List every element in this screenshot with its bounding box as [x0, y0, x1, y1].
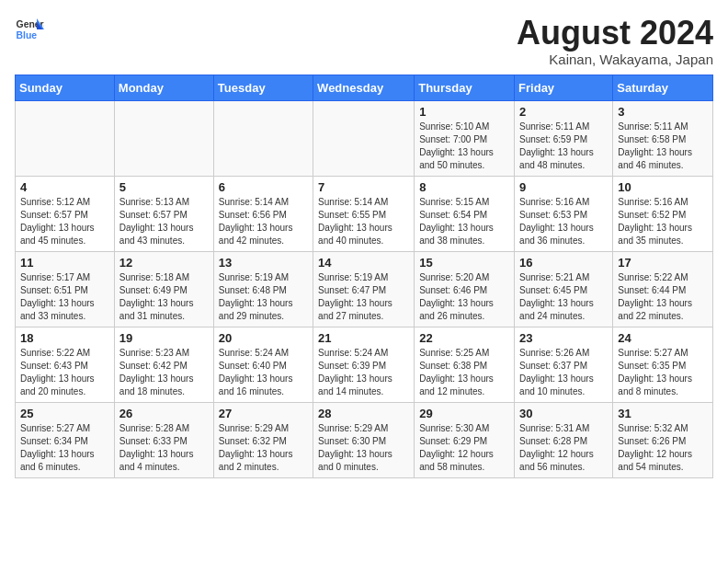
day-cell: 4Sunrise: 5:12 AM Sunset: 6:57 PM Daylig…	[16, 176, 115, 251]
day-info: Sunrise: 5:14 AM Sunset: 6:55 PM Dayligh…	[318, 196, 409, 247]
day-info: Sunrise: 5:32 AM Sunset: 6:26 PM Dayligh…	[618, 422, 708, 474]
day-number: 29	[419, 407, 509, 420]
day-info: Sunrise: 5:19 AM Sunset: 6:48 PM Dayligh…	[219, 271, 308, 323]
day-info: Sunrise: 5:27 AM Sunset: 6:34 PM Dayligh…	[20, 422, 109, 474]
day-info: Sunrise: 5:31 AM Sunset: 6:28 PM Dayligh…	[519, 422, 608, 474]
day-info: Sunrise: 5:13 AM Sunset: 6:57 PM Dayligh…	[119, 196, 209, 247]
calendar-table: SundayMondayTuesdayWednesdayThursdayFrid…	[15, 75, 713, 478]
day-info: Sunrise: 5:22 AM Sunset: 6:43 PM Dayligh…	[20, 347, 109, 398]
header-row: SundayMondayTuesdayWednesdayThursdayFrid…	[16, 75, 713, 100]
day-number: 14	[318, 256, 409, 270]
day-cell: 22Sunrise: 5:25 AM Sunset: 6:38 PM Dayli…	[415, 327, 515, 402]
day-info: Sunrise: 5:24 AM Sunset: 6:39 PM Dayligh…	[318, 347, 409, 398]
day-number: 4	[20, 180, 109, 194]
day-number: 25	[20, 407, 109, 420]
day-info: Sunrise: 5:28 AM Sunset: 6:33 PM Dayligh…	[119, 422, 209, 474]
month-title: August 2024	[517, 15, 713, 52]
day-number: 5	[119, 180, 209, 194]
day-number: 21	[318, 331, 409, 345]
day-info: Sunrise: 5:29 AM Sunset: 6:30 PM Dayligh…	[318, 422, 409, 474]
day-number: 23	[519, 331, 608, 345]
day-info: Sunrise: 5:18 AM Sunset: 6:49 PM Dayligh…	[119, 271, 209, 323]
day-info: Sunrise: 5:19 AM Sunset: 6:47 PM Dayligh…	[318, 271, 409, 323]
day-number: 28	[318, 407, 409, 420]
day-cell: 23Sunrise: 5:26 AM Sunset: 6:37 PM Dayli…	[515, 327, 613, 402]
day-cell: 28Sunrise: 5:29 AM Sunset: 6:30 PM Dayli…	[313, 402, 415, 477]
day-info: Sunrise: 5:17 AM Sunset: 6:51 PM Dayligh…	[20, 271, 109, 323]
day-cell: 19Sunrise: 5:23 AM Sunset: 6:42 PM Dayli…	[114, 327, 213, 402]
day-cell: 6Sunrise: 5:14 AM Sunset: 6:56 PM Daylig…	[213, 176, 313, 251]
day-cell: 29Sunrise: 5:30 AM Sunset: 6:29 PM Dayli…	[415, 402, 515, 477]
day-info: Sunrise: 5:23 AM Sunset: 6:42 PM Dayligh…	[119, 347, 209, 398]
day-cell: 10Sunrise: 5:16 AM Sunset: 6:52 PM Dayli…	[613, 176, 713, 251]
day-number: 10	[618, 180, 708, 194]
day-cell: 5Sunrise: 5:13 AM Sunset: 6:57 PM Daylig…	[114, 176, 213, 251]
day-number: 27	[219, 407, 308, 420]
day-number: 17	[618, 256, 708, 270]
day-number: 9	[519, 180, 608, 194]
day-number: 6	[219, 180, 308, 194]
day-info: Sunrise: 5:22 AM Sunset: 6:44 PM Dayligh…	[618, 271, 708, 323]
day-number: 24	[618, 331, 708, 345]
day-info: Sunrise: 5:11 AM Sunset: 6:59 PM Dayligh…	[519, 121, 608, 172]
day-number: 7	[318, 180, 409, 194]
day-cell: 25Sunrise: 5:27 AM Sunset: 6:34 PM Dayli…	[16, 402, 115, 477]
day-cell: 7Sunrise: 5:14 AM Sunset: 6:55 PM Daylig…	[313, 176, 415, 251]
day-cell: 2Sunrise: 5:11 AM Sunset: 6:59 PM Daylig…	[515, 100, 613, 176]
day-number: 1	[419, 105, 509, 119]
header-wednesday: Wednesday	[313, 75, 415, 100]
day-cell: 16Sunrise: 5:21 AM Sunset: 6:45 PM Dayli…	[515, 251, 613, 327]
day-info: Sunrise: 5:16 AM Sunset: 6:53 PM Dayligh…	[519, 196, 608, 247]
day-cell: 3Sunrise: 5:11 AM Sunset: 6:58 PM Daylig…	[613, 100, 713, 176]
day-info: Sunrise: 5:10 AM Sunset: 7:00 PM Dayligh…	[419, 121, 509, 172]
day-number: 22	[419, 331, 509, 345]
day-number: 26	[119, 407, 209, 420]
header: General Blue August 2024 Kainan, Wakayam…	[15, 15, 713, 67]
day-info: Sunrise: 5:11 AM Sunset: 6:58 PM Dayligh…	[618, 121, 708, 172]
day-number: 2	[519, 105, 608, 119]
day-cell: 15Sunrise: 5:20 AM Sunset: 6:46 PM Dayli…	[415, 251, 515, 327]
day-info: Sunrise: 5:27 AM Sunset: 6:35 PM Dayligh…	[618, 347, 708, 398]
day-number: 18	[20, 331, 109, 345]
day-cell: 11Sunrise: 5:17 AM Sunset: 6:51 PM Dayli…	[16, 251, 115, 327]
day-info: Sunrise: 5:14 AM Sunset: 6:56 PM Dayligh…	[219, 196, 308, 247]
logo: General Blue	[15, 15, 44, 44]
day-info: Sunrise: 5:20 AM Sunset: 6:46 PM Dayligh…	[419, 271, 509, 323]
day-cell	[213, 100, 313, 176]
week-row-2: 4Sunrise: 5:12 AM Sunset: 6:57 PM Daylig…	[16, 176, 713, 251]
week-row-1: 1Sunrise: 5:10 AM Sunset: 7:00 PM Daylig…	[16, 100, 713, 176]
week-row-4: 18Sunrise: 5:22 AM Sunset: 6:43 PM Dayli…	[16, 327, 713, 402]
day-info: Sunrise: 5:15 AM Sunset: 6:54 PM Dayligh…	[419, 196, 509, 247]
logo-icon: General Blue	[15, 15, 44, 44]
day-number: 11	[20, 256, 109, 270]
day-cell	[313, 100, 415, 176]
calendar-body: 1Sunrise: 5:10 AM Sunset: 7:00 PM Daylig…	[16, 100, 713, 477]
day-cell	[16, 100, 115, 176]
subtitle: Kainan, Wakayama, Japan	[517, 52, 713, 67]
day-number: 8	[419, 180, 509, 194]
day-number: 19	[119, 331, 209, 345]
day-number: 31	[618, 407, 708, 420]
day-number: 3	[618, 105, 708, 119]
day-cell: 18Sunrise: 5:22 AM Sunset: 6:43 PM Dayli…	[16, 327, 115, 402]
header-tuesday: Tuesday	[213, 75, 313, 100]
calendar-header: SundayMondayTuesdayWednesdayThursdayFrid…	[16, 75, 713, 100]
day-cell: 8Sunrise: 5:15 AM Sunset: 6:54 PM Daylig…	[415, 176, 515, 251]
day-cell: 13Sunrise: 5:19 AM Sunset: 6:48 PM Dayli…	[213, 251, 313, 327]
day-number: 20	[219, 331, 308, 345]
day-cell: 9Sunrise: 5:16 AM Sunset: 6:53 PM Daylig…	[515, 176, 613, 251]
day-cell: 17Sunrise: 5:22 AM Sunset: 6:44 PM Dayli…	[613, 251, 713, 327]
day-cell: 12Sunrise: 5:18 AM Sunset: 6:49 PM Dayli…	[114, 251, 213, 327]
day-cell: 31Sunrise: 5:32 AM Sunset: 6:26 PM Dayli…	[613, 402, 713, 477]
header-saturday: Saturday	[613, 75, 713, 100]
day-info: Sunrise: 5:21 AM Sunset: 6:45 PM Dayligh…	[519, 271, 608, 323]
week-row-5: 25Sunrise: 5:27 AM Sunset: 6:34 PM Dayli…	[16, 402, 713, 477]
day-number: 15	[419, 256, 509, 270]
svg-text:Blue: Blue	[17, 30, 38, 40]
day-cell: 30Sunrise: 5:31 AM Sunset: 6:28 PM Dayli…	[515, 402, 613, 477]
header-sunday: Sunday	[16, 75, 115, 100]
day-info: Sunrise: 5:16 AM Sunset: 6:52 PM Dayligh…	[618, 196, 708, 247]
header-friday: Friday	[515, 75, 613, 100]
day-cell: 21Sunrise: 5:24 AM Sunset: 6:39 PM Dayli…	[313, 327, 415, 402]
day-info: Sunrise: 5:25 AM Sunset: 6:38 PM Dayligh…	[419, 347, 509, 398]
